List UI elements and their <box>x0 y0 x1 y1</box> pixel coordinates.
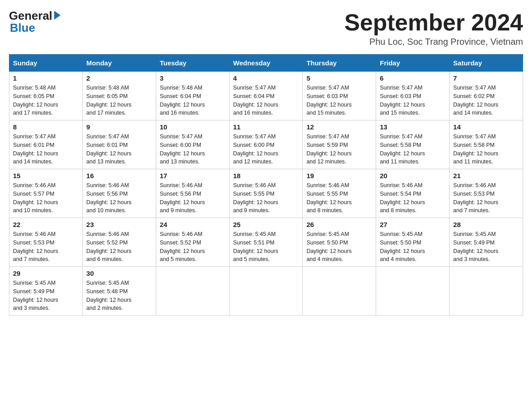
calendar-day-cell: 14Sunrise: 5:47 AMSunset: 5:58 PMDayligh… <box>450 120 523 169</box>
day-number: 13 <box>380 123 446 131</box>
day-info: Sunrise: 5:46 AMSunset: 5:56 PMDaylight:… <box>86 181 152 215</box>
calendar-day-cell: 21Sunrise: 5:46 AMSunset: 5:53 PMDayligh… <box>450 169 523 218</box>
day-number: 8 <box>13 123 79 131</box>
day-number: 2 <box>86 74 152 82</box>
day-number: 16 <box>86 172 152 180</box>
day-info: Sunrise: 5:47 AMSunset: 6:02 PMDaylight:… <box>453 84 519 117</box>
calendar-day-cell: 15Sunrise: 5:46 AMSunset: 5:57 PMDayligh… <box>9 169 83 218</box>
day-number: 7 <box>453 74 519 82</box>
calendar-day-header: Wednesday <box>229 55 303 72</box>
calendar-day-cell: 26Sunrise: 5:45 AMSunset: 5:50 PMDayligh… <box>303 218 376 267</box>
day-number: 3 <box>160 74 226 82</box>
day-info: Sunrise: 5:45 AMSunset: 5:50 PMDaylight:… <box>380 230 446 264</box>
day-info: Sunrise: 5:46 AMSunset: 5:56 PMDaylight:… <box>160 181 226 215</box>
day-info: Sunrise: 5:46 AMSunset: 5:52 PMDaylight:… <box>160 230 226 264</box>
calendar-day-cell: 13Sunrise: 5:47 AMSunset: 5:58 PMDayligh… <box>376 120 450 169</box>
calendar-day-cell: 2Sunrise: 5:48 AMSunset: 6:05 PMDaylight… <box>82 72 156 120</box>
calendar-day-cell: 30Sunrise: 5:45 AMSunset: 5:48 PMDayligh… <box>82 267 156 316</box>
page-header: General Blue September 2024 Phu Loc, Soc… <box>9 9 523 47</box>
day-number: 15 <box>13 172 79 180</box>
day-info: Sunrise: 5:46 AMSunset: 5:57 PMDaylight:… <box>13 181 79 215</box>
title-section: September 2024 Phu Loc, Soc Trang Provin… <box>344 9 523 47</box>
day-number: 10 <box>160 123 226 131</box>
calendar-day-cell <box>303 267 376 316</box>
calendar-day-cell: 7Sunrise: 5:47 AMSunset: 6:02 PMDaylight… <box>450 72 523 120</box>
day-info: Sunrise: 5:48 AMSunset: 6:04 PMDaylight:… <box>160 84 226 117</box>
day-info: Sunrise: 5:47 AMSunset: 6:03 PMDaylight:… <box>306 84 372 117</box>
day-info: Sunrise: 5:47 AMSunset: 6:00 PMDaylight:… <box>233 133 299 166</box>
day-number: 4 <box>233 74 299 82</box>
day-number: 14 <box>453 123 519 131</box>
day-number: 9 <box>86 123 152 131</box>
day-number: 25 <box>233 221 299 228</box>
day-number: 22 <box>13 221 79 228</box>
day-number: 20 <box>380 172 446 180</box>
calendar-week-row: 15Sunrise: 5:46 AMSunset: 5:57 PMDayligh… <box>9 169 523 218</box>
day-number: 6 <box>380 74 446 82</box>
day-info: Sunrise: 5:47 AMSunset: 6:03 PMDaylight:… <box>380 84 446 117</box>
calendar-day-cell: 5Sunrise: 5:47 AMSunset: 6:03 PMDaylight… <box>303 72 376 120</box>
calendar-day-header: Sunday <box>9 55 83 72</box>
calendar-day-cell <box>376 267 450 316</box>
day-number: 12 <box>306 123 372 131</box>
calendar-table: SundayMondayTuesdayWednesdayThursdayFrid… <box>9 54 523 316</box>
day-info: Sunrise: 5:46 AMSunset: 5:53 PMDaylight:… <box>453 181 519 215</box>
calendar-day-header: Saturday <box>450 55 523 72</box>
day-info: Sunrise: 5:45 AMSunset: 5:50 PMDaylight:… <box>306 230 372 264</box>
calendar-day-cell: 16Sunrise: 5:46 AMSunset: 5:56 PMDayligh… <box>82 169 156 218</box>
calendar-day-cell: 1Sunrise: 5:48 AMSunset: 6:05 PMDaylight… <box>9 72 83 120</box>
day-info: Sunrise: 5:48 AMSunset: 6:05 PMDaylight:… <box>86 84 152 117</box>
day-info: Sunrise: 5:47 AMSunset: 6:04 PMDaylight:… <box>233 84 299 117</box>
calendar-day-cell <box>450 267 523 316</box>
calendar-day-header: Tuesday <box>156 55 229 72</box>
day-info: Sunrise: 5:47 AMSunset: 5:59 PMDaylight:… <box>306 133 372 166</box>
day-info: Sunrise: 5:47 AMSunset: 5:58 PMDaylight:… <box>380 133 446 166</box>
day-info: Sunrise: 5:46 AMSunset: 5:53 PMDaylight:… <box>13 230 79 264</box>
calendar-week-row: 29Sunrise: 5:45 AMSunset: 5:49 PMDayligh… <box>9 267 523 316</box>
day-info: Sunrise: 5:45 AMSunset: 5:49 PMDaylight:… <box>13 279 79 313</box>
calendar-day-cell: 22Sunrise: 5:46 AMSunset: 5:53 PMDayligh… <box>9 218 83 267</box>
day-info: Sunrise: 5:46 AMSunset: 5:55 PMDaylight:… <box>306 181 372 215</box>
day-info: Sunrise: 5:45 AMSunset: 5:51 PMDaylight:… <box>233 230 299 264</box>
day-number: 18 <box>233 172 299 180</box>
calendar-day-cell: 3Sunrise: 5:48 AMSunset: 6:04 PMDaylight… <box>156 72 229 120</box>
calendar-day-cell: 18Sunrise: 5:46 AMSunset: 5:55 PMDayligh… <box>229 169 303 218</box>
calendar-day-cell: 23Sunrise: 5:46 AMSunset: 5:52 PMDayligh… <box>82 218 156 267</box>
calendar-day-cell: 12Sunrise: 5:47 AMSunset: 5:59 PMDayligh… <box>303 120 376 169</box>
calendar-day-cell: 19Sunrise: 5:46 AMSunset: 5:55 PMDayligh… <box>303 169 376 218</box>
location-title: Phu Loc, Soc Trang Province, Vietnam <box>344 37 523 47</box>
calendar-day-cell <box>229 267 303 316</box>
day-number: 26 <box>306 221 372 228</box>
calendar-day-cell: 9Sunrise: 5:47 AMSunset: 6:01 PMDaylight… <box>82 120 156 169</box>
calendar-day-header: Friday <box>376 55 450 72</box>
day-info: Sunrise: 5:45 AMSunset: 5:48 PMDaylight:… <box>86 279 152 313</box>
calendar-day-header: Thursday <box>303 55 376 72</box>
calendar-day-cell: 6Sunrise: 5:47 AMSunset: 6:03 PMDaylight… <box>376 72 450 120</box>
day-number: 21 <box>453 172 519 180</box>
calendar-day-cell: 17Sunrise: 5:46 AMSunset: 5:56 PMDayligh… <box>156 169 229 218</box>
day-info: Sunrise: 5:48 AMSunset: 6:05 PMDaylight:… <box>13 84 79 117</box>
day-number: 24 <box>160 221 226 228</box>
day-number: 23 <box>86 221 152 228</box>
calendar-day-cell: 27Sunrise: 5:45 AMSunset: 5:50 PMDayligh… <box>376 218 450 267</box>
calendar-header-row: SundayMondayTuesdayWednesdayThursdayFrid… <box>9 55 523 72</box>
day-number: 19 <box>306 172 372 180</box>
day-info: Sunrise: 5:47 AMSunset: 6:00 PMDaylight:… <box>160 133 226 166</box>
calendar-day-cell: 4Sunrise: 5:47 AMSunset: 6:04 PMDaylight… <box>229 72 303 120</box>
calendar-day-cell: 11Sunrise: 5:47 AMSunset: 6:00 PMDayligh… <box>229 120 303 169</box>
calendar-week-row: 8Sunrise: 5:47 AMSunset: 6:01 PMDaylight… <box>9 120 523 169</box>
logo-blue-text: Blue <box>9 21 35 35</box>
day-number: 5 <box>306 74 372 82</box>
day-info: Sunrise: 5:46 AMSunset: 5:52 PMDaylight:… <box>86 230 152 264</box>
calendar-week-row: 1Sunrise: 5:48 AMSunset: 6:05 PMDaylight… <box>9 72 523 120</box>
calendar-day-cell: 25Sunrise: 5:45 AMSunset: 5:51 PMDayligh… <box>229 218 303 267</box>
day-info: Sunrise: 5:47 AMSunset: 6:01 PMDaylight:… <box>13 133 79 166</box>
calendar-day-cell: 28Sunrise: 5:45 AMSunset: 5:49 PMDayligh… <box>450 218 523 267</box>
day-info: Sunrise: 5:46 AMSunset: 5:55 PMDaylight:… <box>233 181 299 215</box>
day-number: 11 <box>233 123 299 131</box>
day-info: Sunrise: 5:47 AMSunset: 6:01 PMDaylight:… <box>86 133 152 166</box>
calendar-day-cell: 24Sunrise: 5:46 AMSunset: 5:52 PMDayligh… <box>156 218 229 267</box>
month-title: September 2024 <box>344 9 523 36</box>
logo-triangle-icon <box>54 11 60 20</box>
day-number: 1 <box>13 74 79 82</box>
